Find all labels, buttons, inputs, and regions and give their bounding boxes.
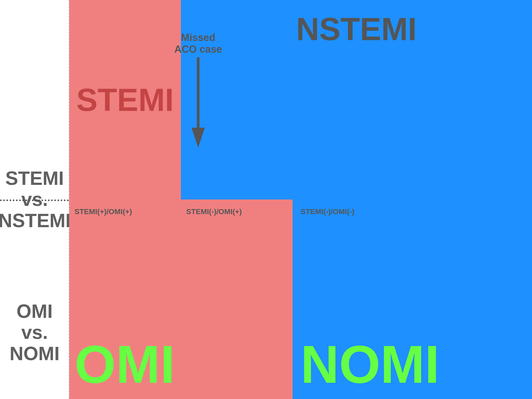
missed-aco-annotation: Missed ACO case (174, 32, 222, 148)
svg-marker-1 (192, 128, 205, 148)
main-container: STEMIvs.NSTEMI OMIvs.NOMI STEMI NSTEMI S… (0, 0, 532, 399)
nomi-big-label: NOMI (301, 340, 439, 388)
label-omi-vs-nomi: OMIvs.NOMI (0, 266, 69, 399)
annotation-text: Missed ACO case (174, 32, 222, 55)
stemi-label: STEMI (76, 81, 174, 118)
cell-omi-stemi-positive: STEMI(+)/OMI(+) OMI (69, 200, 181, 399)
stemi-neg-omi-neg-label: STEMI(-)/OMI(-) (301, 207, 354, 216)
omi-big-label: OMI (74, 340, 175, 388)
grid-area: STEMI NSTEMI STEMI(+)/OMI(+) OMI STEMI(-… (69, 0, 532, 399)
top-left-empty (0, 0, 69, 133)
nstemi-label: NSTEMI (296, 11, 417, 47)
arrow-down-icon (190, 57, 206, 148)
stemi-neg-omi-pos-label: STEMI(-)/OMI(+) (186, 207, 242, 216)
omi-vs-nomi-text: OMIvs.NOMI (10, 301, 60, 364)
cell-omi-stemi-negative: STEMI(-)/OMI(+) (181, 200, 293, 399)
cell-stemi: STEMI (69, 0, 181, 200)
stemi-pos-omi-pos-label: STEMI(+)/OMI(+) (74, 207, 132, 216)
cell-nomi: STEMI(-)/OMI(-) NOMI (293, 200, 532, 399)
cell-nstemi: NSTEMI (181, 0, 532, 200)
